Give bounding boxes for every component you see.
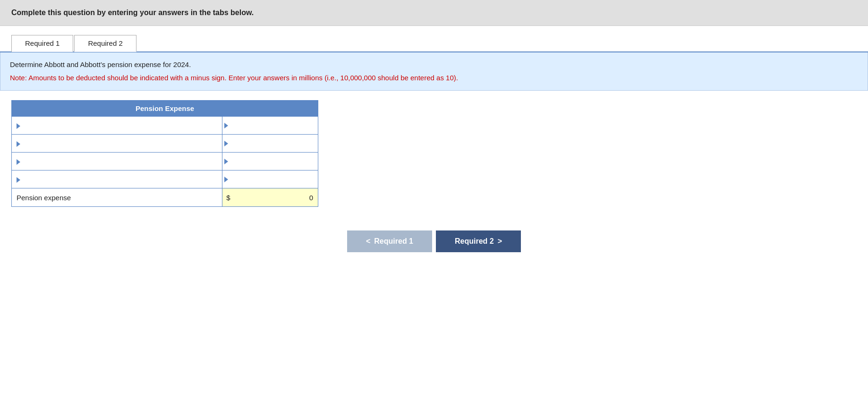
total-value-cell: $ 0 [222,188,318,207]
total-row: Pension expense $ 0 [12,188,318,207]
arrow-icon-3 [17,159,20,165]
total-value: 0 [234,194,318,202]
pension-table: Pension Expense [11,100,318,207]
page-wrapper: Complete this question by entering your … [0,0,868,409]
arrow-icon-4 [17,177,20,183]
question-note-text: Note: Amounts to be deducted should be i… [10,72,858,84]
dollar-sign: $ [222,194,234,202]
tabs-area: Required 1 Required 2 [0,26,868,52]
total-label: Pension expense [12,188,222,207]
question-description: Determine Abbott and Abbott’s pension ex… [0,52,868,91]
value-arrow-icon-2 [224,141,228,146]
row3-input[interactable] [222,153,318,170]
table-header: Pension Expense [12,101,318,117]
content-area: Determine Abbott and Abbott’s pension ex… [0,52,868,409]
table-row [12,117,318,135]
nav-buttons: < Required 1 Required 2 > [0,221,868,262]
row2-input[interactable] [222,135,318,152]
row3-value-cell [222,153,318,170]
row3-label-cell [12,153,222,170]
tab-required2[interactable]: Required 2 [74,35,136,52]
next-button-label: Required 2 [455,237,494,246]
prev-button[interactable]: < Required 1 [347,230,432,252]
tab-required1[interactable]: Required 1 [11,35,73,52]
row1-value-cell [222,117,318,135]
row4-value-cell [222,170,318,188]
value-arrow-icon-3 [224,159,228,164]
instruction-banner: Complete this question by entering your … [0,0,868,26]
chevron-right-icon: > [498,237,502,246]
row2-value-cell [222,135,318,153]
table-row [12,170,318,188]
row1-input[interactable] [222,117,318,134]
value-arrow-icon-1 [224,123,228,128]
row4-label-cell [12,170,222,188]
row4-input[interactable] [222,170,318,188]
row2-label-cell [12,135,222,153]
arrow-icon-1 [17,123,20,129]
table-row [12,135,318,153]
prev-button-label: Required 1 [374,237,413,246]
next-button[interactable]: Required 2 > [436,230,521,252]
value-arrow-icon-4 [224,177,228,182]
table-section: Pension Expense [0,91,868,216]
table-row [12,153,318,170]
arrow-icon-2 [17,141,20,147]
chevron-left-icon: < [366,237,370,246]
row1-label-cell [12,117,222,135]
instruction-text: Complete this question by entering your … [11,9,254,17]
question-main-text: Determine Abbott and Abbott’s pension ex… [10,59,858,70]
